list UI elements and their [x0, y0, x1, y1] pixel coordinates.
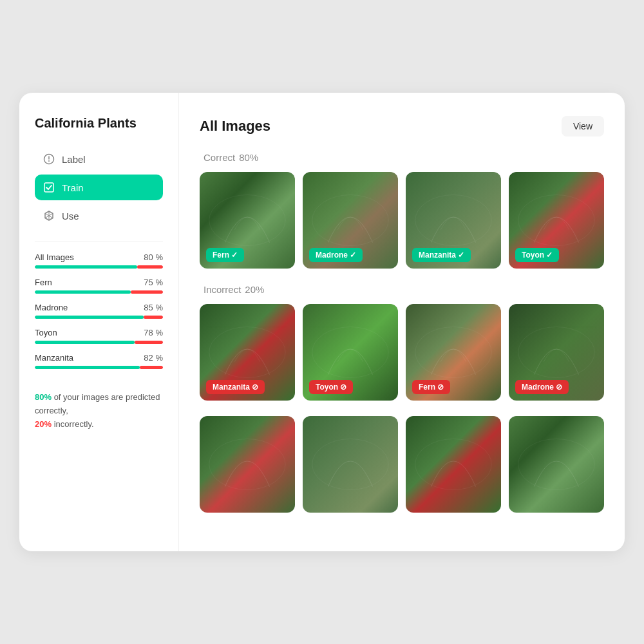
sidebar-item-train[interactable]: Train [35, 175, 163, 200]
stat-label: Fern [35, 278, 52, 287]
image-cell[interactable]: Fern ⊘ [406, 304, 501, 401]
svg-point-11 [518, 327, 594, 378]
svg-point-4 [209, 195, 285, 246]
stat-pct: 78 % [144, 328, 163, 337]
image-label: Manzanita ⊘ [206, 380, 265, 394]
image-label: Toyon ✓ [515, 248, 559, 262]
stat-pct: 80 % [144, 252, 163, 262]
image-cell[interactable]: Madrone ⊘ [509, 304, 604, 401]
stat-block-toyon: Toyon 78 % [35, 328, 163, 344]
image-cell-bottom[interactable] [200, 416, 295, 513]
summary-text1: of your images are predicted correctly, [35, 392, 160, 415]
image-label: Manzanita ✓ [412, 248, 471, 262]
sidebar-item-label[interactable]: Label [35, 146, 163, 172]
stat-pct: 82 % [144, 353, 163, 363]
summary-text2: incorrectly. [52, 419, 94, 429]
image-cell-bottom[interactable] [406, 416, 501, 513]
sidebar-divider [35, 242, 163, 242]
stat-block-fern: Fern 75 % [35, 278, 163, 294]
stats-container: All Images 80 % Fern 75 % Madrone 85 % [35, 252, 163, 378]
progress-track [35, 265, 163, 269]
correct-section-label: Correct80% [200, 152, 604, 163]
svg-rect-3 [44, 183, 53, 192]
progress-red [137, 265, 163, 269]
summary-red-pct: 20% [35, 419, 52, 429]
progress-green [35, 366, 140, 369]
stat-label: All Images [35, 252, 74, 262]
incorrect-section-label: Incorrect20% [200, 284, 604, 295]
sidebar: California Plants Label Train [19, 93, 179, 551]
stat-pct: 85 % [144, 303, 163, 312]
image-label: Madrone ✓ [309, 248, 363, 262]
svg-point-15 [518, 439, 594, 490]
progress-red [131, 290, 163, 294]
image-cell[interactable]: Manzanita ⊘ [200, 304, 295, 401]
svg-point-2 [48, 160, 50, 162]
progress-red [135, 341, 163, 344]
progress-green [35, 290, 131, 294]
sidebar-label-label: Label [62, 154, 86, 165]
stat-block-madrone: Madrone 85 % [35, 303, 163, 319]
progress-green [35, 316, 144, 319]
incorrect-image-grid: Manzanita ⊘ Toyon ⊘ Fern ⊘ Madrone ⊘ [200, 304, 604, 401]
main-header: All Images View [200, 116, 604, 137]
progress-red [140, 366, 163, 369]
stat-label: Toyon [35, 328, 57, 337]
bottom-image-grid [200, 416, 604, 513]
progress-red [144, 316, 163, 319]
image-label: Toyon ⊘ [309, 380, 353, 394]
stat-pct: 75 % [144, 278, 163, 287]
svg-point-14 [415, 439, 491, 490]
main-title: All Images [200, 118, 270, 135]
stat-block-all-images: All Images 80 % [35, 252, 163, 269]
image-cell[interactable]: Madrone ✓ [303, 172, 398, 269]
use-icon [43, 209, 55, 222]
summary-green-pct: 80% [35, 392, 52, 402]
svg-point-13 [312, 439, 388, 490]
svg-point-5 [312, 195, 388, 246]
image-cell-bottom[interactable] [303, 416, 398, 513]
sidebar-use-label: Use [62, 211, 79, 222]
sidebar-title: California Plants [35, 116, 163, 131]
plant-decoration [200, 416, 295, 513]
progress-track [35, 366, 163, 369]
image-cell[interactable]: Toyon ⊘ [303, 304, 398, 401]
sidebar-item-use[interactable]: Use [35, 203, 163, 229]
stat-block-manzanita: Manzanita 82 % [35, 353, 163, 369]
plant-decoration [303, 416, 398, 513]
stat-label: Madrone [35, 303, 68, 312]
progress-green [35, 265, 137, 269]
progress-track [35, 341, 163, 344]
plant-decoration [509, 416, 604, 513]
image-label: Fern ✓ [206, 248, 244, 262]
main-content: All Images View Correct80% Fern ✓ Madron… [179, 93, 625, 551]
svg-point-10 [415, 327, 491, 378]
image-cell[interactable]: Toyon ✓ [509, 172, 604, 269]
train-icon [43, 181, 55, 194]
image-cell[interactable]: Manzanita ✓ [406, 172, 501, 269]
progress-track [35, 316, 163, 319]
view-button[interactable]: View [562, 116, 604, 137]
image-cell-bottom[interactable] [509, 416, 604, 513]
progress-track [35, 290, 163, 294]
svg-point-6 [415, 195, 491, 246]
summary-text: 80% of your images are predicted correct… [35, 391, 163, 431]
correct-image-grid: Fern ✓ Madrone ✓ Manzanita ✓ Toyon ✓ [200, 172, 604, 269]
main-card: California Plants Label Train [19, 93, 625, 551]
svg-point-8 [209, 327, 285, 378]
image-cell[interactable]: Fern ✓ [200, 172, 295, 269]
sidebar-train-label: Train [62, 182, 84, 193]
plant-decoration [406, 416, 501, 513]
progress-green [35, 341, 135, 344]
label-icon [43, 153, 55, 166]
svg-point-9 [312, 327, 388, 378]
stat-label: Manzanita [35, 353, 73, 363]
image-label: Madrone ⊘ [515, 380, 569, 394]
svg-point-7 [518, 195, 594, 246]
image-label: Fern ⊘ [412, 380, 450, 394]
svg-point-12 [209, 439, 285, 490]
